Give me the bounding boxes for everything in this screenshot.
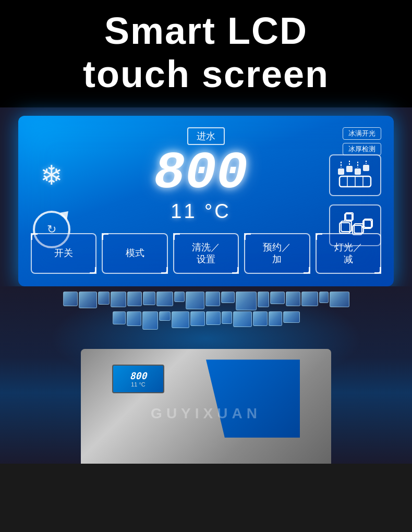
schedule-button-label: 预约／加	[263, 241, 291, 266]
ice-cube	[63, 292, 78, 306]
schedule-button[interactable]: 预约／加	[244, 233, 310, 274]
clean-button-label: 清洗／设置	[192, 241, 220, 266]
water-inlet-area: 进水	[31, 127, 381, 145]
ice-cube	[253, 311, 268, 326]
ice-cube	[270, 292, 285, 304]
lcd-panel: 进水 冰满开光 冰厚检测 ❄ ↻ 800	[18, 116, 394, 287]
ice-cube	[205, 292, 220, 306]
temperature-value: 11 °C	[171, 200, 231, 222]
ice-cube	[143, 292, 155, 305]
ice-cube	[283, 311, 300, 323]
ice-cube	[206, 311, 221, 325]
digital-display: 800 11 °C	[78, 150, 324, 223]
snowflake-icon-box: ❄	[31, 154, 72, 196]
ice-cube	[113, 311, 126, 324]
brand-watermark: GUYIXUAN	[151, 405, 261, 422]
ice-cube	[190, 311, 205, 326]
ice-cube	[174, 292, 185, 302]
display-area: ❄ ↻ 800 11 °C	[31, 150, 381, 223]
ice-cube	[127, 311, 141, 326]
svg-rect-7	[363, 165, 369, 171]
page-title: Smart LCD touch screen	[31, 9, 381, 96]
ice-cube	[301, 292, 318, 306]
segment-display: 800	[78, 150, 324, 197]
ice-cube	[111, 292, 126, 307]
ice-cube	[330, 292, 349, 307]
temperature-display: 11 °C	[78, 200, 324, 223]
ice-cube	[98, 292, 110, 305]
title-line2: touch screen	[83, 53, 329, 95]
ice-cube	[319, 292, 329, 303]
power-button-label: 开关	[54, 247, 73, 259]
ice-cube	[222, 311, 232, 324]
mode-button-label: 模式	[126, 247, 144, 259]
svg-rect-4	[338, 168, 344, 175]
mini-temp-display: 11 °C	[131, 381, 146, 388]
light-button[interactable]: 灯光／减	[316, 233, 381, 274]
mode-button[interactable]: 模式	[102, 233, 167, 274]
ice-cube	[236, 292, 257, 310]
ice-cube	[79, 292, 97, 308]
clean-button[interactable]: 清洗／设置	[173, 233, 239, 274]
ice-tray-icon	[329, 154, 381, 196]
mini-digit-display: 800	[130, 370, 147, 381]
ice-cube	[221, 292, 235, 303]
svg-rect-5	[346, 166, 353, 172]
mini-lcd-display: 800 11 °C	[112, 365, 164, 393]
ice-cube	[258, 292, 269, 307]
ice-full-indicator: 冰满开光	[343, 127, 381, 140]
ice-cube	[186, 292, 204, 309]
ice-cube	[159, 311, 171, 321]
svg-rect-6	[355, 168, 361, 175]
machine-section: 800 11 °C GUYIXUAN	[0, 286, 412, 464]
ice-cube	[286, 292, 300, 306]
snowflake-icon: ❄	[40, 160, 63, 191]
ice-cube	[172, 311, 189, 328]
ice-cube	[127, 292, 142, 306]
light-button-label: 灯光／减	[334, 241, 362, 266]
digit-display: 800	[154, 150, 248, 197]
ice-cube	[269, 311, 282, 326]
ice-cube	[142, 311, 158, 330]
ice-tray-svg	[337, 161, 373, 189]
water-inlet-badge: 进水	[187, 127, 225, 145]
power-button[interactable]: 开关	[31, 233, 96, 274]
title-line1: Smart LCD	[104, 10, 308, 52]
header-section: Smart LCD touch screen	[0, 0, 412, 107]
button-row: 开关 模式 清洗／设置 预约／加 灯光／减	[31, 233, 381, 274]
ice-cube	[233, 311, 252, 327]
ice-cube	[156, 292, 173, 306]
